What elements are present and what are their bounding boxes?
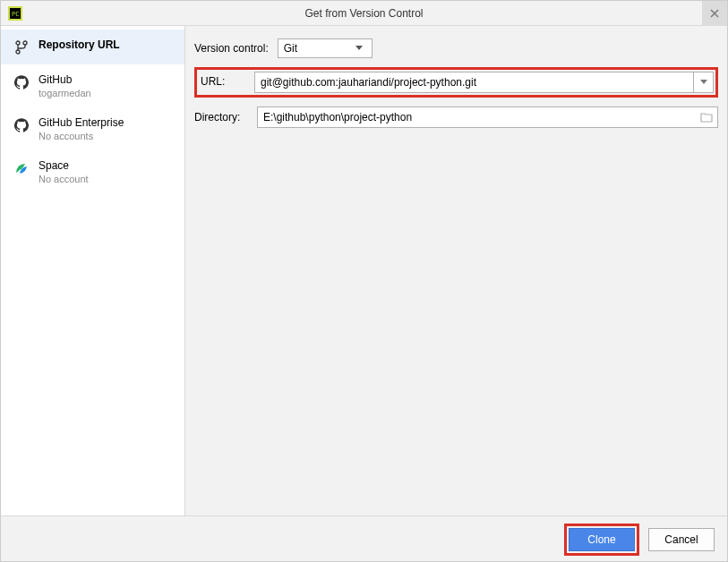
url-history-button[interactable] [694, 72, 714, 93]
dialog-content: Repository URL GitHub togarmedan GitHub … [1, 26, 727, 515]
sidebar-item-label: GitHub [39, 73, 91, 86]
titlebar: PC Get from Version Control [1, 1, 727, 26]
folder-icon[interactable] [700, 112, 713, 123]
svg-point-7 [16, 50, 20, 54]
branch-icon [13, 39, 30, 55]
sidebar-item-sublabel: No accounts [39, 131, 124, 141]
sidebar-item-sublabel: No account [39, 174, 89, 184]
svg-point-5 [16, 41, 20, 45]
version-control-row: Version control: Git [194, 38, 718, 58]
chevron-down-icon [700, 80, 707, 85]
sidebar-item-github-enterprise[interactable]: GitHub Enterprise No accounts [1, 107, 184, 150]
version-control-dropdown[interactable]: Git [278, 38, 373, 58]
directory-label: Directory: [194, 111, 250, 123]
version-control-value: Git [284, 42, 352, 55]
close-icon [710, 9, 719, 18]
svg-text:PC: PC [12, 11, 19, 18]
sidebar-item-label: GitHub Enterprise [39, 116, 124, 129]
version-control-label: Version control: [194, 42, 269, 55]
svg-point-6 [23, 41, 27, 45]
github-icon [13, 74, 30, 90]
close-button[interactable] [702, 1, 727, 26]
sidebar-item-label: Space [39, 159, 89, 172]
url-value: git@github.com:jauhariandi/project-pytho… [261, 76, 476, 89]
clone-highlight: Clone [564, 524, 639, 556]
sidebar-item-sublabel: togarmedan [39, 88, 91, 98]
url-row: URL: git@github.com:jauhariandi/project-… [194, 67, 718, 98]
sidebar-item-space[interactable]: Space No account [1, 150, 184, 193]
sidebar-item-repository-url[interactable]: Repository URL [1, 30, 184, 64]
sidebar: Repository URL GitHub togarmedan GitHub … [1, 26, 185, 515]
sidebar-item-github[interactable]: GitHub togarmedan [1, 64, 184, 107]
app-icon: PC [8, 6, 22, 21]
sidebar-item-label: Repository URL [39, 38, 120, 51]
cancel-button[interactable]: Cancel [648, 528, 715, 551]
space-icon [13, 160, 30, 176]
clone-button[interactable]: Clone [569, 528, 635, 551]
url-label: URL: [199, 72, 253, 93]
footer: Clone Cancel [1, 515, 727, 562]
directory-input[interactable]: E:\github\python\project-python [257, 106, 718, 128]
chevron-down-icon [352, 46, 366, 51]
directory-row: Directory: E:\github\python\project-pyth… [194, 106, 718, 128]
github-icon [13, 117, 30, 133]
main-panel: Version control: Git URL: git@github.com… [185, 26, 727, 515]
directory-value: E:\github\python\project-python [263, 111, 412, 123]
window-title: Get from Version Control [1, 7, 727, 20]
url-input[interactable]: git@github.com:jauhariandi/project-pytho… [254, 72, 694, 93]
